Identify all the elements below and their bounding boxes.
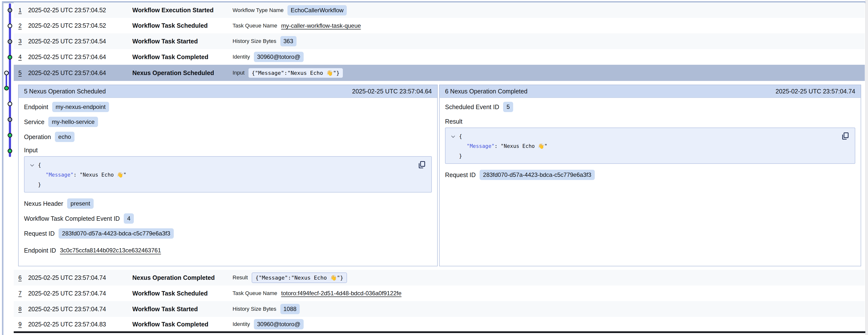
field-label: Workflow Task Completed Event ID (24, 215, 120, 222)
panel-timestamp: 2025-02-25 UTC 23:57:04.74 (776, 88, 855, 95)
event-timestamp: 2025-02-25 UTC 23:57:04.74 (28, 274, 132, 281)
result-section-label: Result (445, 118, 855, 125)
event-attr-value-badge: 30960@totoro@ (254, 52, 304, 62)
field-endpoint: Endpoint my-nexus-endpoint (24, 102, 432, 112)
field-label: Request ID (24, 230, 55, 237)
event-timestamp: 2025-02-25 UTC 23:57:04.74 (28, 306, 132, 313)
timeline-dot-event-6[interactable] (4, 86, 9, 90)
event-name: Workflow Task Started (132, 306, 232, 313)
container-left-border (2, 1, 3, 335)
timeline-dot-event-7[interactable] (8, 102, 12, 106)
field-value-badge: present (67, 198, 94, 209)
input-json-viewer: { "Message": "Nexus Echo 👋" } (24, 156, 432, 193)
field-workflow-task-completed-event-id: Workflow Task Completed Event ID 4 (24, 213, 432, 224)
field-value-badge: 4 (124, 213, 134, 224)
json-colon: : (73, 172, 80, 178)
field-label: Service (24, 118, 44, 125)
event-timestamp: 2025-02-25 UTC 23:57:04.83 (28, 321, 132, 328)
json-value: "Nexus Echo 👋" (80, 172, 126, 178)
event-name: Workflow Task Started (132, 38, 232, 45)
timeline-dot-event-9[interactable] (8, 133, 12, 138)
event-number-link[interactable]: 4 (19, 53, 28, 60)
event-row-7[interactable]: 7 2025-02-25 UTC 23:57:04.74 Workflow Ta… (14, 285, 865, 301)
input-section-label: Input (24, 147, 432, 154)
json-open-brace: { (25, 160, 431, 170)
event-row-2[interactable]: 2 2025-02-25 UTC 23:57:04.52 Workflow Ta… (14, 18, 865, 33)
detail-panel-nexus-operation-scheduled: 5 Nexus Operation Scheduled 2025-02-25 U… (18, 85, 438, 266)
event-attr-value-badge: EchoCallerWorkflow (287, 5, 347, 16)
scrollbar-track[interactable] (865, 0, 868, 335)
json-colon: : (495, 143, 501, 149)
event-number-link[interactable]: 1 (19, 7, 28, 14)
event-attr-label: Identity (232, 321, 250, 327)
event-row-8[interactable]: 8 2025-02-25 UTC 23:57:04.74 Workflow Ta… (14, 301, 865, 317)
event-timestamp: 2025-02-25 UTC 23:57:04.52 (28, 22, 132, 29)
detail-panel-nexus-operation-completed: 6 Nexus Operation Completed 2025-02-25 U… (439, 85, 861, 266)
field-request-id: Request ID 283fd070-d57a-4423-bdca-c5c77… (24, 228, 432, 239)
event-attr-value-badge: 1088 (280, 304, 300, 314)
field-label: Operation (24, 133, 51, 141)
endpoint-id-link[interactable]: 3c0c75ccfa8144b092c13ce632463761 (60, 247, 161, 254)
timeline-dot-event-4[interactable] (8, 55, 12, 60)
event-number-link[interactable]: 7 (19, 290, 28, 297)
task-queue-link[interactable]: my-caller-workflow-task-queue (281, 22, 361, 29)
field-value-badge: echo (55, 132, 74, 142)
field-value-badge: 5 (503, 102, 513, 112)
task-queue-link[interactable]: totoro:f494fecf-2d51-4d48-bdcd-036a0f912… (281, 290, 401, 297)
event-attr-value-badge: 30960@totoro@ (254, 319, 304, 329)
event-number-link[interactable]: 5 (19, 69, 28, 76)
timeline-dot-event-1[interactable] (8, 8, 12, 12)
collapse-chevron-icon[interactable] (451, 134, 456, 139)
panel-header: 5 Nexus Operation Scheduled 2025-02-25 U… (19, 85, 437, 98)
event-number-link[interactable]: 2 (19, 22, 28, 29)
event-row-6[interactable]: 6 2025-02-25 UTC 23:57:04.74 Nexus Opera… (14, 270, 865, 285)
event-number-link[interactable]: 8 (19, 306, 28, 312)
panel-title: 6 Nexus Operation Completed (445, 88, 527, 95)
panel-header: 6 Nexus Operation Completed 2025-02-25 U… (440, 85, 861, 98)
event-number-link[interactable]: 6 (19, 274, 28, 281)
event-row-3[interactable]: 3 2025-02-25 UTC 23:57:04.54 Workflow Ta… (14, 33, 865, 49)
json-message-line: "Message": "Nexus Echo 👋" (445, 141, 855, 151)
json-close-brace: } (445, 151, 855, 161)
panel-timestamp: 2025-02-25 UTC 23:57:04.64 (352, 88, 432, 95)
field-label: Request ID (445, 171, 476, 178)
field-nexus-header: Nexus Header present (24, 198, 432, 209)
event-number-link[interactable]: 9 (19, 321, 28, 328)
timeline-dot-event-2[interactable] (8, 24, 12, 28)
timeline-dot-event-5[interactable] (4, 71, 9, 75)
event-row-1[interactable]: 1 2025-02-25 UTC 23:57:04.52 Workflow Ex… (14, 2, 865, 18)
event-timestamp: 2025-02-25 UTC 23:57:04.52 (28, 7, 132, 14)
field-service: Service my-hello-service (24, 117, 432, 127)
event-attr-label: Task Queue Name (232, 23, 277, 29)
field-value-badge: my-hello-service (48, 117, 98, 127)
event-attr-label: History Size Bytes (232, 306, 276, 312)
event-number-link[interactable]: 3 (19, 38, 28, 45)
field-label: Scheduled Event ID (445, 104, 499, 111)
field-endpoint-id: Endpoint ID 3c0c75ccfa8144b092c13ce63246… (24, 246, 432, 255)
event-attr-value-badge: 363 (280, 36, 297, 46)
json-value: "Nexus Echo 👋" (501, 143, 548, 149)
timeline-dot-event-8[interactable] (8, 117, 12, 122)
panel-body: Scheduled Event ID 5 Result { "Message":… (440, 98, 861, 180)
json-message-line: "Message": "Nexus Echo 👋" (25, 170, 431, 180)
event-name: Workflow Execution Started (132, 7, 232, 14)
event-row-9[interactable]: 9 2025-02-25 UTC 23:57:04.83 Workflow Ta… (14, 317, 865, 332)
copy-icon[interactable] (841, 132, 849, 141)
field-value-badge: 283fd070-d57a-4423-bdca-c5c779e6a3f3 (59, 228, 174, 239)
collapse-chevron-icon[interactable] (29, 163, 35, 168)
event-name: Nexus Operation Completed (132, 274, 232, 281)
json-close-brace: } (25, 180, 431, 190)
event-attr-label: Result (232, 274, 248, 281)
field-label: Endpoint (24, 104, 48, 111)
bottom-divider (14, 331, 865, 333)
timeline-dot-event-3[interactable] (8, 39, 12, 44)
event-timestamp: 2025-02-25 UTC 23:57:04.54 (28, 38, 132, 45)
copy-icon[interactable] (417, 160, 426, 169)
field-scheduled-event-id: Scheduled Event ID 5 (445, 102, 855, 112)
event-row-4[interactable]: 4 2025-02-25 UTC 23:57:04.64 Workflow Ta… (14, 49, 865, 65)
event-attr-label: History Size Bytes (232, 38, 276, 45)
timeline-dot-event-10[interactable] (8, 149, 12, 153)
field-label: Nexus Header (24, 200, 63, 207)
event-row-5-selected[interactable]: 5 2025-02-25 UTC 23:57:04.64 Nexus Opera… (14, 65, 865, 81)
event-timestamp: 2025-02-25 UTC 23:57:04.64 (28, 53, 132, 61)
